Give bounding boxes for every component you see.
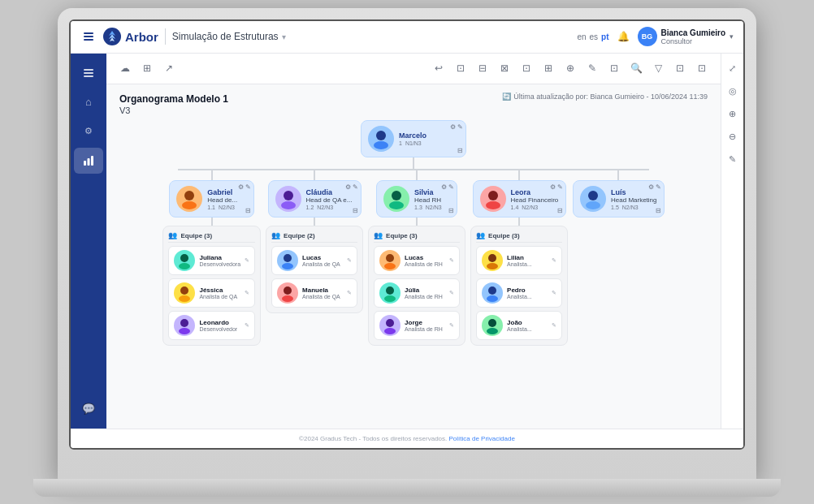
member-joao-edit-icon[interactable]: ✎ [552, 322, 556, 329]
root-node[interactable]: Marcelo 1 N1/N3 ⚙ ✎ [361, 120, 466, 157]
node-1-3-settings-icon[interactable]: ⚙ [441, 183, 447, 191]
expand-icon[interactable]: ⤢ [724, 60, 742, 78]
grid-icon[interactable]: ⊞ [136, 58, 158, 79]
member-manuela-edit-icon[interactable]: ✎ [347, 290, 352, 296]
sidebar-item-menu[interactable] [74, 60, 103, 86]
member-lilian[interactable]: Lilian Analista... ✎ [476, 246, 562, 275]
node-1-5-settings-icon[interactable]: ⚙ [648, 183, 654, 191]
member-manuela[interactable]: Manuela Analista de QA ✎ [271, 278, 357, 308]
member-leonardo[interactable]: Leonardo Desenvolvedor ✎ [168, 311, 255, 340]
member-julia[interactable]: Júlia Analista de RH ✎ [374, 278, 460, 308]
node-expand-icon[interactable]: ⊟ [457, 147, 463, 154]
member-jessica[interactable]: Jéssica Analista de QA ✎ [168, 278, 255, 308]
target-icon[interactable]: ◎ [724, 83, 742, 101]
member-lucas-qa-edit-icon[interactable]: ✎ [347, 257, 352, 264]
org-meta: 🔄 Última atualização por: Bianca Gumieir… [502, 93, 708, 101]
svg-point-14 [180, 254, 188, 262]
node-1-2[interactable]: Cláudia Head de QA e... 1.2N2/N3 ⚙ ✎ [268, 180, 362, 218]
member-lucas-rh[interactable]: Lucas Analista de RH ✎ [374, 246, 460, 275]
member-jorge[interactable]: Jorge Analista de RH ✎ [374, 311, 460, 340]
node-1-1-avatar [176, 186, 202, 212]
zoom-out-icon[interactable]: ⊖ [724, 128, 742, 146]
node-1-3-expand-icon[interactable]: ⊟ [448, 207, 454, 214]
member-joao[interactable]: João Analista... ✎ [476, 311, 562, 340]
member-leonardo-edit-icon[interactable]: ✎ [245, 322, 249, 329]
node-1-4[interactable]: Leora Head Financeiro 1.4N2/N3 ⚙ ✎ [473, 180, 566, 218]
nav-chevron-icon[interactable]: ▾ [282, 32, 286, 41]
copy-icon[interactable]: ⊡ [516, 58, 537, 79]
privacy-link[interactable]: Política de Privacidade [448, 435, 514, 442]
lang-es[interactable]: es [590, 32, 599, 41]
node-1-4-edit-icon[interactable]: ✎ [557, 183, 563, 191]
node-1-2-settings-icon[interactable]: ⚙ [345, 183, 351, 191]
svg-point-19 [179, 328, 190, 334]
node-1-2-avatar [275, 186, 301, 212]
node-1-1-settings-icon[interactable]: ⚙ [238, 183, 244, 191]
export-icon[interactable]: ⊟ [472, 58, 493, 79]
lang-en[interactable]: en [577, 32, 586, 41]
share-icon[interactable]: ↗ [158, 58, 180, 79]
svg-point-31 [384, 295, 396, 302]
node-1-5-edit-icon[interactable]: ✎ [656, 183, 661, 191]
user-chevron-icon[interactable]: ▾ [730, 32, 734, 41]
member-lilian-edit-icon[interactable]: ✎ [552, 257, 556, 264]
cloud-icon[interactable]: ☁ [115, 58, 136, 79]
org-header: Organograma Modelo 1 V3 🔄 Última atualiz… [119, 93, 708, 116]
member-julia-edit-icon[interactable]: ✎ [449, 290, 454, 296]
pencil-icon[interactable]: ✎ [724, 151, 742, 169]
member-jessica-edit-icon[interactable]: ✎ [245, 290, 249, 296]
hierarchy-icon[interactable]: ⊕ [560, 58, 581, 79]
sidebar-item-chart[interactable] [74, 148, 103, 174]
node-1-5[interactable]: Luís Head Marketing 1.5N2/N3 ⚙ ✎ [573, 180, 664, 218]
sidebar-item-filter[interactable]: ⚙ [74, 118, 103, 144]
node-1-5-expand-icon[interactable]: ⊟ [656, 207, 661, 214]
node-1-4-avatar [480, 186, 506, 212]
zoom-in-icon[interactable]: ⊕ [724, 106, 742, 123]
save-icon[interactable]: ⊠ [494, 58, 515, 79]
member-jorge-edit-icon[interactable]: ✎ [449, 322, 454, 329]
user-role-label: Consultor [661, 37, 725, 45]
menu-toggle-button[interactable] [80, 24, 97, 50]
settings-icon[interactable]: ⊡ [691, 58, 712, 79]
document-icon[interactable]: ⊡ [604, 58, 625, 79]
member-lucas-rh-edit-icon[interactable]: ✎ [449, 257, 454, 264]
sidebar-item-home[interactable]: ⌂ [74, 89, 103, 115]
svg-point-24 [284, 286, 292, 295]
member-juliana-avatar [174, 250, 195, 271]
node-1-1-expand-icon[interactable]: ⊟ [245, 207, 251, 214]
search-icon[interactable]: 🔍 [626, 58, 647, 79]
notification-bell-icon[interactable]: 🔔 [617, 31, 630, 42]
table-icon[interactable]: ⊞ [538, 58, 559, 79]
refresh-icon: 🔄 [502, 93, 511, 101]
node-1-2-edit-icon[interactable]: ✎ [353, 183, 358, 191]
member-juliana[interactable]: Juliana Desenvolvedora ✎ [168, 246, 255, 275]
branch-1-4: Leora Head Financeiro 1.4N2/N3 ⚙ ✎ [470, 170, 568, 346]
node-1-2-expand-icon[interactable]: ⊟ [353, 207, 358, 214]
svg-rect-1 [84, 36, 93, 37]
member-lucas-qa[interactable]: Lucas Analista de QA ✎ [271, 246, 357, 275]
node-1-4-expand-icon[interactable]: ⊟ [557, 207, 563, 214]
svg-point-42 [588, 191, 598, 200]
node-settings-icon[interactable]: ⚙ [450, 123, 456, 131]
member-pedro[interactable]: Pedro Analista... ✎ [476, 278, 562, 308]
node-1-3-edit-icon[interactable]: ✎ [448, 183, 454, 191]
node-1-1-edit-icon[interactable]: ✎ [245, 183, 251, 191]
member-juliana-edit-icon[interactable]: ✎ [245, 257, 249, 264]
svg-point-29 [384, 263, 396, 269]
node-1-3[interactable]: Silvia Head RH 1.3N2/N3 ⚙ ✎ [376, 180, 457, 218]
frame-icon[interactable]: ⊡ [450, 58, 471, 79]
branch-1-1: Gabriel Head de... 1.1N2/N3 ⚙ ✎ [162, 170, 261, 346]
node-1-4-settings-icon[interactable]: ⚙ [550, 183, 556, 191]
arbor-logo-icon [103, 28, 121, 45]
member-jorge-avatar [379, 315, 401, 336]
member-pedro-edit-icon[interactable]: ✎ [552, 290, 556, 296]
edit-icon[interactable]: ✎ [582, 58, 603, 79]
lang-pt[interactable]: pt [601, 32, 608, 41]
svg-point-15 [179, 263, 190, 269]
filter-icon[interactable]: ▽ [647, 58, 669, 79]
node-edit-icon[interactable]: ✎ [457, 123, 463, 131]
undo-icon[interactable]: ↩ [428, 58, 449, 79]
sidebar-item-chat[interactable]: 💬 [74, 396, 103, 422]
report-icon[interactable]: ⊡ [669, 58, 691, 79]
node-1-1[interactable]: Gabriel Head de... 1.1N2/N3 ⚙ ✎ [169, 180, 254, 218]
